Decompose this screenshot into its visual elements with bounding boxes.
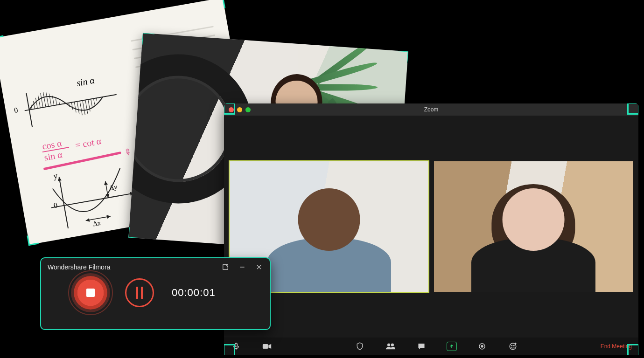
sine-wave-sketch: 0 [16,73,125,132]
svg-line-7 [43,92,46,107]
pause-icon-bar [141,287,143,299]
record-button[interactable] [476,341,488,352]
svg-rect-34 [235,343,238,347]
svg-marker-36 [268,344,271,349]
svg-line-4 [35,98,37,109]
axis2-dx-label: Δx [92,219,102,228]
axis2-dy-label: Δy [109,183,118,193]
svg-line-19 [85,100,88,114]
recorder-titlebar: Wondershare Filmora [41,258,270,273]
svg-point-40 [481,345,483,347]
participant-person-1 [261,179,397,292]
svg-line-21 [91,99,92,108]
share-screen-button[interactable] [447,342,457,351]
zoom-window-title: Zoom [224,106,638,113]
svg-point-41 [510,343,517,350]
svg-line-22 [93,98,94,104]
recorder-fullscreen-button[interactable] [221,263,230,271]
pencil-icon: ✎ [122,146,133,158]
svg-line-3 [33,101,35,109]
svg-line-16 [77,102,79,115]
svg-point-38 [391,344,394,346]
zoom-participant-tile-2[interactable] [434,161,633,292]
svg-line-25 [59,177,68,228]
video-button[interactable] [261,341,273,352]
svg-line-8 [46,92,49,107]
parabola-sketch: y 0 Δy Δx [41,160,143,232]
zoom-video-grid [224,116,638,337]
svg-line-18 [83,100,85,115]
svg-line-11 [56,98,56,105]
participants-button[interactable] [385,341,396,352]
svg-point-43 [514,345,515,346]
stop-icon [86,289,95,297]
svg-line-6 [41,93,43,108]
zoom-window: Zoom [224,103,638,355]
svg-point-42 [511,345,512,346]
svg-line-23 [96,98,97,101]
axis1-zero-label: 0 [14,106,19,115]
svg-line-12 [59,101,59,104]
recorder-elapsed-time: 00:00:01 [172,287,216,299]
svg-rect-46 [223,265,228,270]
reactions-button[interactable] [507,341,518,352]
participant-person-2 [466,179,601,292]
pause-icon-bar [136,287,138,299]
svg-line-14 [71,103,73,110]
svg-line-5 [38,95,40,108]
zoom-toolbar: End Meeting [224,337,638,355]
security-button[interactable] [354,341,365,352]
recorder-title: Wondershare Filmora [48,263,110,271]
svg-line-17 [80,101,82,116]
recorder-minimize-button[interactable] [238,263,246,271]
filmora-recorder-window: Wondershare Filmora 00:00:01 [40,257,271,330]
eq-cot-alpha: = cot α [74,136,102,151]
svg-point-37 [387,344,390,346]
recorder-close-button[interactable] [255,263,263,271]
chat-button[interactable] [416,341,427,352]
svg-line-9 [49,94,51,106]
zoom-titlebar: Zoom [224,103,638,116]
recorder-pause-button[interactable] [125,278,154,307]
svg-line-15 [74,102,76,113]
recorder-stop-button[interactable] [74,276,107,310]
svg-rect-35 [263,344,268,349]
